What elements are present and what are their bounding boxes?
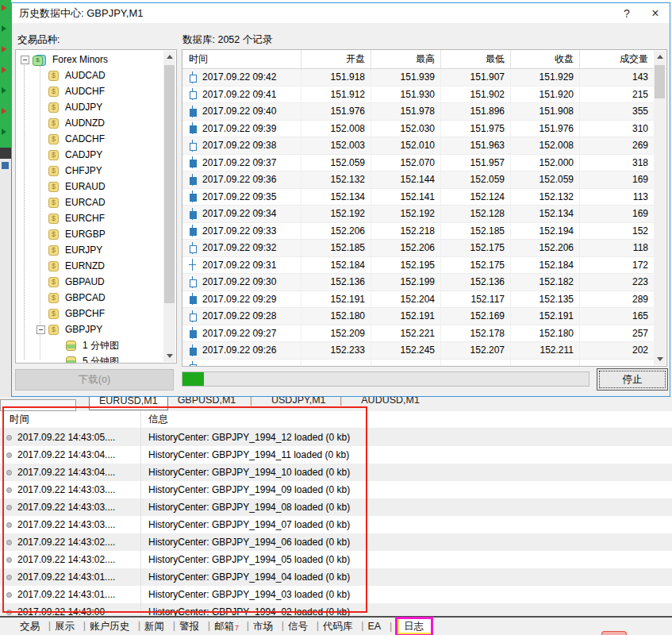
cell-close: 152.206 [511, 240, 580, 256]
tree-item[interactable]: 1 分钟图 [17, 337, 163, 353]
journal-row[interactable]: 2017.09.22 14:43:05.... HistoryCenter: G… [0, 429, 672, 446]
journal-row[interactable]: 2017.09.22 14:43:03.... HistoryCenter: G… [0, 481, 672, 498]
journal-row[interactable]: 2017.09.22 14:43:04.... HistoryCenter: G… [0, 464, 672, 481]
cell-time: 2017.09.22 09:34 [202, 208, 276, 219]
journal-row[interactable]: 2017.09.22 14:43:01.... HistoryCenter: G… [0, 568, 672, 586]
symbol-icon [48, 102, 59, 113]
chart-tab[interactable]: USDJPY,M1 [262, 397, 351, 409]
scroll-down-icon[interactable] [163, 350, 175, 362]
table-row[interactable]: 2017.09.22 09:26 152.233 152.245 152.207… [182, 342, 655, 360]
symbols-tree: Forex Minors AUDCAD AUDCHF AUDJPY AU [15, 49, 177, 364]
tree-item[interactable]: GBPCHF [17, 306, 163, 321]
candle-icon [189, 242, 196, 254]
cell-volume: 202 [580, 342, 655, 359]
scrollbar-thumb[interactable] [164, 65, 175, 303]
table-row[interactable]: 2017.09.22 09:39 152.008 152.030 151.975… [182, 121, 655, 138]
tree-item[interactable]: EURJPY [17, 242, 163, 258]
tree-item-label: EURJPY [63, 244, 105, 256]
stop-button[interactable]: 停止 [597, 368, 668, 391]
table-row[interactable]: 2017.09.22 09:29 152.191 152.204 152.117… [182, 291, 655, 309]
symbol-icon [48, 293, 59, 303]
terminal-tab[interactable]: 账户历史 [83, 618, 137, 635]
tree-item[interactable]: GBPCAD [17, 290, 163, 306]
journal-row[interactable]: 2017.09.22 14:43:01.... HistoryCenter: G… [0, 586, 672, 603]
tree-item[interactable]: EURNZD [17, 258, 163, 274]
table-row[interactable]: 2017.09.22 09:30 152.136 152.199 152.136… [182, 274, 655, 291]
cell-low: 152.175 [441, 257, 511, 274]
tree-item[interactable]: 5 分钟图 [17, 353, 163, 363]
cell-high: 152.245 [371, 342, 441, 359]
tree-item[interactable]: EURAUD [17, 179, 163, 194]
cell-high: 152.195 [371, 257, 441, 274]
journal-panel: 时间 信息 2017.09.22 14:43:05.... HistoryCen… [0, 411, 672, 616]
tree-item[interactable]: EURCAD [17, 194, 163, 210]
tree-item[interactable]: GBPAUD [17, 274, 163, 290]
table-scrollbar[interactable] [654, 51, 666, 365]
cell-close: 152.180 [511, 325, 580, 342]
terminal-tab[interactable]: 交易 [13, 618, 48, 635]
table-row[interactable]: 2017.09.22 09:35 152.134 152.141 152.124… [182, 189, 655, 206]
journal-row[interactable]: 2017.09.22 14:43:03.... HistoryCenter: G… [0, 498, 672, 516]
download-button[interactable]: 下载(o) [15, 369, 174, 391]
dialog-title-bar[interactable]: 历史数据中心: GBPJPY,M1 ? × [12, 3, 670, 23]
table-row[interactable]: 2017.09.22 09:31 152.184 152.195 152.175… [182, 257, 655, 275]
terminal-tab[interactable]: 市场 [246, 618, 281, 635]
symbol-icon [48, 134, 59, 144]
tree-item[interactable]: CADJPY [17, 147, 163, 163]
terminal-tab[interactable]: 展示 [48, 618, 83, 635]
terminal-tab[interactable]: 警报 [172, 618, 207, 635]
tree-item[interactable]: CHFJPY [17, 163, 163, 179]
tree-scrollbar[interactable] [163, 51, 175, 362]
expander-icon[interactable] [21, 56, 29, 64]
tree-item[interactable]: AUDCAD [17, 67, 163, 83]
journal-row[interactable]: 2017.09.22 14:43:04.... HistoryCenter: G… [0, 446, 672, 464]
table-row[interactable]: 2017.09.22 09:41 151.912 151.930 151.902… [182, 87, 655, 104]
terminal-tab[interactable]: 代码库 [316, 618, 361, 635]
scroll-up-icon[interactable] [163, 51, 175, 63]
table-row[interactable]: 2017.09.22 09:42 151.918 151.939 151.907… [182, 69, 655, 87]
tree-item[interactable]: Forex Minors [17, 52, 163, 67]
terminal-tab[interactable]: 邮箱 7 [207, 618, 246, 635]
chart-tab[interactable]: AUDUSD,M1 [351, 397, 429, 409]
table-row[interactable]: 2017.09.22 09:32 152.185 152.206 152.175… [182, 240, 655, 257]
terminal-tab[interactable]: 日志 [395, 617, 433, 635]
chart-tab[interactable]: GBPUSD,M1 [168, 397, 262, 409]
scroll-down-icon[interactable] [654, 353, 666, 365]
journal-row[interactable]: 2017.09.22 14:43:03.... HistoryCenter: G… [0, 516, 672, 533]
journal-row-time: 2017.09.22 14:43:02.... [17, 554, 115, 565]
scroll-up-icon[interactable] [654, 51, 666, 63]
chart-tab[interactable]: EURUSD,M1 [89, 397, 168, 410]
symbol-icon [48, 198, 59, 208]
scrollbar-thumb[interactable] [655, 65, 665, 98]
journal-row[interactable]: 2017.09.22 14:43:00 HistoryCenter: GBPJP… [0, 603, 672, 616]
cell-volume: 172 [580, 257, 655, 274]
column-volume: 成交量 [580, 50, 655, 68]
candle-icon [189, 156, 196, 168]
help-icon[interactable]: ? [612, 7, 641, 20]
cell-open: 152.136 [301, 274, 371, 291]
table-row[interactable]: 2017.09.22 09:33 152.206 152.218 152.185… [182, 223, 655, 241]
tree-item[interactable]: AUDNZD [17, 115, 163, 131]
table-row[interactable]: 2017.09.22 09:28 152.180 152.191 152.169… [182, 308, 655, 325]
tree-item[interactable]: EURCHF [17, 210, 163, 226]
table-row[interactable]: 2017.09.22 09:34 152.192 152.192 152.128… [182, 206, 655, 223]
terminal-tab[interactable]: 信号 [281, 618, 316, 635]
table-row[interactable]: 2017.09.22 09:36 152.132 152.144 152.059… [182, 171, 655, 189]
table-row[interactable]: 2017.09.22 09:38 152.003 152.010 151.963… [182, 137, 655, 155]
tree-item[interactable]: AUDJPY [17, 99, 163, 115]
column-time: 时间 [182, 50, 301, 68]
tree-item[interactable]: AUDCHF [17, 83, 163, 99]
journal-row[interactable]: 2017.09.22 14:43:02.... HistoryCenter: G… [0, 551, 672, 568]
table-row[interactable] [182, 360, 655, 367]
close-icon[interactable]: × [641, 6, 670, 21]
tree-item[interactable]: EURGBP [17, 226, 163, 242]
tree-item[interactable]: CADCHF [17, 131, 163, 147]
table-row[interactable]: 2017.09.22 09:27 152.209 152.221 152.178… [182, 325, 655, 343]
table-row[interactable]: 2017.09.22 09:40 151.976 151.978 151.896… [182, 103, 655, 121]
tree-item[interactable]: GBPJPY [17, 321, 163, 337]
terminal-tab[interactable]: EA [361, 619, 390, 633]
journal-row[interactable]: 2017.09.22 14:43:02.... HistoryCenter: G… [0, 533, 672, 551]
table-row[interactable]: 2017.09.22 09:37 152.059 152.070 151.957… [182, 155, 655, 172]
expander-icon[interactable] [36, 325, 45, 334]
terminal-tab[interactable]: 新闻 [137, 618, 172, 635]
